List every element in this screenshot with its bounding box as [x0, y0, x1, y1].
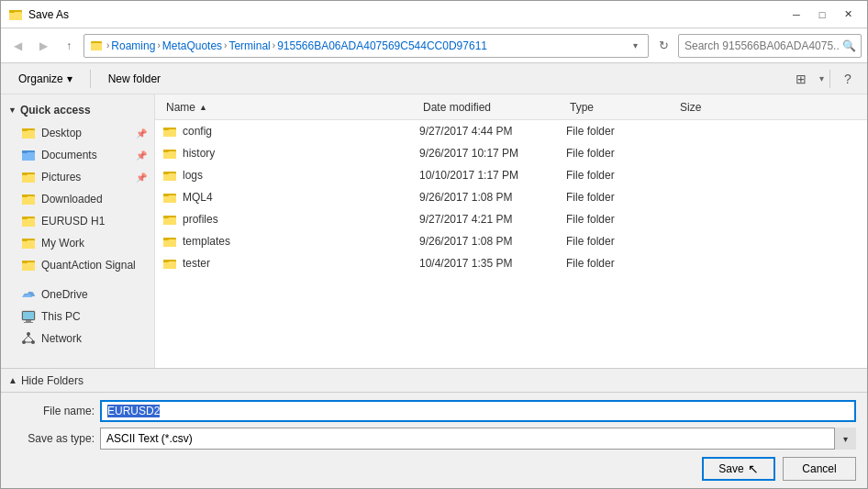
col-header-name[interactable]: Name ▲ — [162, 94, 419, 119]
table-row[interactable]: config 9/27/2017 4:44 PM File folder — [155, 120, 867, 142]
file-date: 9/27/2017 4:44 PM — [419, 125, 566, 138]
desktop-pin-icon: 📌 — [136, 128, 147, 139]
svg-rect-22 — [22, 239, 28, 241]
sidebar-item-desktop[interactable]: Desktop 📌 — [1, 122, 154, 144]
col-header-type[interactable]: Type — [566, 94, 676, 119]
up-button[interactable]: ↑ — [58, 35, 80, 57]
documents-label: Documents — [41, 149, 130, 161]
minimize-button[interactable]: ─ — [785, 6, 808, 24]
filename-label: File name: — [12, 405, 95, 417]
sidebar-item-mywork[interactable]: My Work — [1, 232, 154, 254]
sidebar-item-thispc[interactable]: This PC — [1, 306, 154, 328]
sidebar-item-onedrive[interactable]: OneDrive — [1, 283, 154, 306]
breadcrumb-folder-id[interactable]: 915566BA06ADA407569C544CC0D97611 — [277, 39, 487, 52]
file-date: 9/26/2017 1:08 PM — [419, 235, 566, 248]
save-cursor-icon: ↖ — [748, 461, 759, 476]
file-type: File folder — [566, 213, 676, 226]
svg-rect-40 — [163, 151, 176, 159]
svg-rect-56 — [163, 260, 169, 262]
svg-rect-13 — [22, 172, 28, 175]
sidebar-item-documents[interactable]: Documents 📌 — [1, 144, 154, 166]
file-date: 9/27/2017 4:21 PM — [419, 213, 566, 226]
save-as-dialog: Save As ─ □ ✕ ◀ ▶ ↑ › Roaming › MetaQuot… — [0, 0, 868, 489]
network-label: Network — [41, 332, 147, 345]
forward-button[interactable]: ▶ — [32, 35, 54, 57]
svg-rect-12 — [22, 174, 35, 183]
svg-point-30 — [27, 332, 30, 336]
title-bar: Save As ─ □ ✕ — [1, 1, 867, 28]
view-options-button[interactable]: ⊞ — [788, 67, 814, 91]
filename-input[interactable] — [100, 400, 856, 422]
breadcrumb-roaming[interactable]: Roaming — [111, 39, 155, 52]
close-button[interactable]: ✕ — [836, 6, 860, 24]
folder-icon — [162, 168, 177, 183]
col-header-date[interactable]: Date modified — [419, 94, 566, 119]
file-list-header: Name ▲ Date modified Type Size — [155, 94, 867, 120]
svg-rect-21 — [22, 240, 35, 249]
back-button[interactable]: ◀ — [6, 35, 28, 57]
hide-folders-link[interactable]: ▲ Hide Folders — [8, 374, 83, 387]
breadcrumb-bar[interactable]: › Roaming › MetaQuotes › Terminal › 9155… — [83, 34, 649, 58]
pictures-label: Pictures — [41, 171, 130, 183]
breadcrumb-dropdown-arrow[interactable]: ▾ — [628, 40, 642, 50]
maximize-button[interactable]: □ — [810, 6, 834, 24]
svg-rect-46 — [163, 195, 176, 203]
sidebar-item-network[interactable]: Network — [1, 328, 154, 350]
svg-rect-43 — [163, 173, 176, 181]
file-type: File folder — [566, 191, 676, 204]
breadcrumb: › Roaming › MetaQuotes › Terminal › 9155… — [90, 39, 628, 52]
toolbar-separator — [90, 70, 91, 88]
search-input[interactable] — [678, 34, 862, 58]
col-header-size[interactable]: Size — [676, 94, 750, 119]
file-type: File folder — [566, 125, 676, 138]
folder-icon — [162, 124, 177, 139]
cancel-button[interactable]: Cancel — [783, 457, 856, 481]
file-name: profiles — [183, 213, 218, 226]
svg-rect-55 — [163, 261, 176, 269]
file-type: File folder — [566, 147, 676, 160]
save-button[interactable]: Save ↖ — [702, 457, 775, 481]
svg-rect-16 — [22, 194, 28, 197]
table-row[interactable]: history 9/26/2017 10:17 PM File folder — [155, 142, 867, 164]
table-row[interactable]: MQL4 9/26/2017 1:08 PM File folder — [155, 186, 867, 208]
search-wrapper: 🔍 — [678, 34, 862, 58]
breadcrumb-metaquotes[interactable]: MetaQuotes — [162, 39, 222, 52]
sidebar-item-pictures[interactable]: Pictures 📌 — [1, 166, 154, 188]
svg-rect-19 — [22, 217, 28, 219]
file-date: 9/26/2017 10:17 PM — [419, 147, 566, 160]
file-name: logs — [183, 169, 203, 182]
svg-rect-27 — [23, 312, 34, 319]
help-button[interactable]: ? — [836, 67, 860, 91]
sidebar-section-label: Quick access — [20, 104, 91, 117]
pictures-icon — [21, 170, 36, 184]
eurusdh1-icon — [21, 214, 36, 228]
address-bar: ◀ ▶ ↑ › Roaming › MetaQuotes › Terminal … — [1, 28, 867, 63]
sidebar-item-downloaded[interactable]: Downloaded — [1, 188, 154, 210]
table-row[interactable]: profiles 9/27/2017 4:21 PM File folder — [155, 208, 867, 230]
folder-icon — [162, 146, 177, 161]
eurusdh1-label: EURUSD H1 — [41, 215, 147, 228]
toolbar: Organize ▾ New folder ⊞ ▾ ? — [1, 63, 867, 94]
svg-rect-38 — [163, 128, 169, 130]
table-row[interactable]: templates 9/26/2017 1:08 PM File folder — [155, 230, 867, 252]
onedrive-icon — [21, 287, 36, 302]
mywork-icon — [21, 236, 36, 250]
svg-rect-24 — [22, 262, 35, 271]
sidebar-item-quantaction[interactable]: QuantAction Signal — [1, 254, 154, 276]
table-row[interactable]: logs 10/10/2017 1:17 PM File folder — [155, 164, 867, 186]
svg-rect-2 — [9, 10, 15, 13]
svg-rect-49 — [163, 217, 176, 225]
filetype-select[interactable]: ASCII Text (*.csv) — [100, 428, 856, 450]
quick-access-header[interactable]: ▼ Quick access — [1, 98, 154, 122]
new-folder-button[interactable]: New folder — [98, 67, 171, 91]
pictures-pin-icon: 📌 — [136, 172, 147, 183]
svg-rect-29 — [24, 322, 33, 323]
sort-arrow: ▲ — [199, 103, 207, 112]
table-row[interactable]: tester 10/4/2017 1:35 PM File folder — [155, 252, 867, 274]
main-area: ▼ Quick access Desktop 📌 Documents 📌 — [1, 94, 867, 368]
breadcrumb-terminal[interactable]: Terminal — [228, 39, 270, 52]
thispc-label: This PC — [41, 310, 147, 323]
organize-button[interactable]: Organize ▾ — [8, 67, 83, 91]
sidebar-item-eurusdh1[interactable]: EURUSD H1 — [1, 210, 154, 232]
refresh-button[interactable]: ↻ — [652, 35, 674, 57]
